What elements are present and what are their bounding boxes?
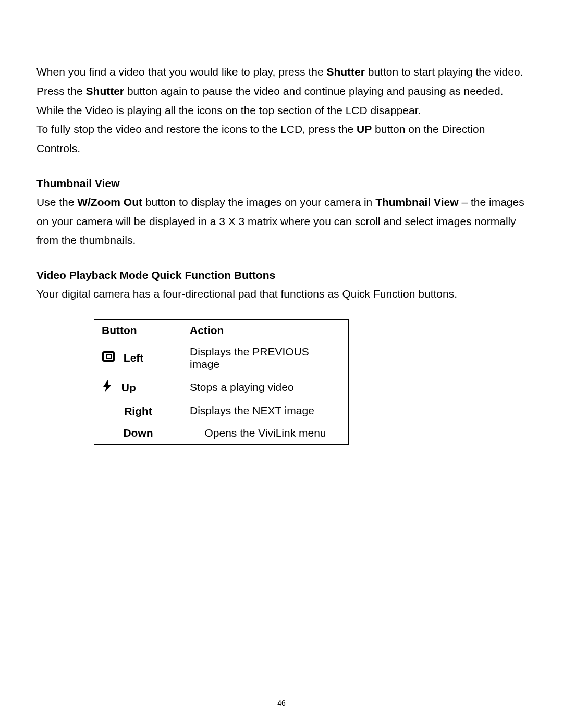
text: Use the xyxy=(36,196,77,208)
bold-wzoomout: W/Zoom Out xyxy=(77,196,142,208)
table-row: Down Opens the ViviLink menu xyxy=(94,422,349,444)
paragraph-play-video: When you find a video that you would lik… xyxy=(36,63,527,82)
table-row: Left Displays the PREVIOUS image xyxy=(94,341,349,375)
cell-button-down: Down xyxy=(94,422,182,444)
text: To fully stop the video and restore the … xyxy=(36,123,357,135)
header-button: Button xyxy=(94,319,182,341)
table-header-row: Button Action xyxy=(94,319,349,341)
heading-thumbnail-view: Thumbnail View xyxy=(36,177,527,190)
paragraph-pause-video: Press the Shutter button again to pause … xyxy=(36,82,527,101)
svg-marker-4 xyxy=(103,380,112,392)
cell-action-up: Stops a playing video xyxy=(182,375,349,400)
text: Press the xyxy=(36,85,86,97)
text: When you find a video that you would lik… xyxy=(36,66,326,78)
cell-action-left: Displays the PREVIOUS image xyxy=(182,341,349,375)
label-down: Down xyxy=(123,427,153,439)
heading-quick-function-buttons: Video Playback Mode Quick Function Butto… xyxy=(36,269,527,281)
cell-button-right: Right xyxy=(94,400,182,422)
text: button to start playing the video. xyxy=(365,66,523,78)
scene-icon xyxy=(102,351,115,365)
paragraph-icons-disappear: While the Video is playing all the icons… xyxy=(36,101,527,120)
text: button to display the images on your cam… xyxy=(142,196,375,208)
document-page: When you find a video that you would lik… xyxy=(0,0,563,728)
table-row: Right Displays the NEXT image xyxy=(94,400,349,422)
paragraph-thumbnail-view: Use the W/Zoom Out button to display the… xyxy=(36,193,527,250)
quick-function-table: Button Action Left Displays the PREVIOUS… xyxy=(94,319,349,445)
svg-rect-3 xyxy=(107,355,111,358)
paragraph-quick-function-intro: Your digital camera has a four-direction… xyxy=(36,285,527,304)
text: button again to pause the video and cont… xyxy=(124,85,503,97)
label-up: Up xyxy=(121,381,136,393)
paragraph-stop-video: To fully stop the video and restore the … xyxy=(36,120,527,158)
cell-button-left: Left xyxy=(94,341,182,375)
label-right: Right xyxy=(124,405,152,417)
cell-action-right: Displays the NEXT image xyxy=(182,400,349,422)
bold-up: UP xyxy=(357,123,372,135)
table-row: Up Stops a playing video xyxy=(94,375,349,400)
flash-icon xyxy=(102,379,113,396)
header-action: Action xyxy=(182,319,349,341)
label-left: Left xyxy=(124,352,144,364)
bold-thumbnail-view: Thumbnail View xyxy=(375,196,458,208)
bold-shutter: Shutter xyxy=(86,85,125,97)
cell-action-down: Opens the ViviLink menu xyxy=(182,422,349,444)
bold-shutter: Shutter xyxy=(326,66,365,78)
cell-button-up: Up xyxy=(94,375,182,400)
page-number: 46 xyxy=(0,699,563,707)
